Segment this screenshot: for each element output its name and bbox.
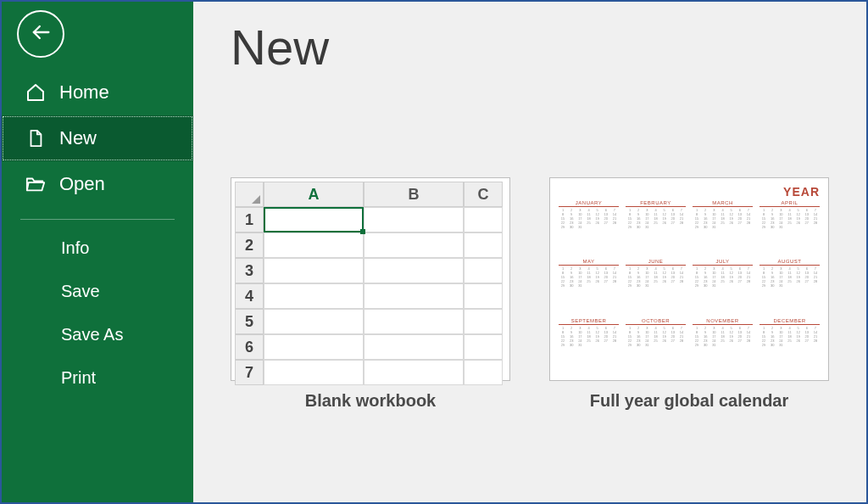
cell	[464, 258, 503, 283]
home-icon	[25, 82, 46, 103]
calendar-month-name: NOVEMBER	[693, 318, 753, 325]
calendar-month-name: DECEMBER	[760, 318, 820, 325]
file-icon	[25, 128, 46, 148]
calendar-month-days: 1234567891011121314151617181920212223242…	[559, 266, 619, 314]
cell	[464, 334, 503, 360]
calendar-month-days: 1234567891011121314151617181920212223242…	[760, 208, 820, 255]
calendar-month-days: 1234567891011121314151617181920212223242…	[760, 266, 820, 314]
row-header: 3	[235, 258, 264, 283]
calendar-month-name: MARCH	[693, 200, 753, 207]
sheet-preview: A B C 1 2 3 4 5	[235, 182, 506, 377]
calendar-month-name: AUGUST	[760, 259, 820, 266]
calendar-month: JANUARY123456789101112131415161718192021…	[559, 200, 619, 255]
calendar-preview: YEAR JANUARY1234567891011121314151617181…	[554, 182, 825, 377]
col-header: C	[464, 182, 503, 207]
cell	[464, 207, 503, 232]
template-thumbnail: YEAR JANUARY1234567891011121314151617181…	[549, 177, 829, 381]
sidebar-item-label: Open	[59, 173, 105, 195]
cell	[464, 309, 503, 334]
sidebar-item-label: New	[59, 127, 97, 149]
cell	[264, 283, 364, 309]
calendar-month-name: FEBRUARY	[626, 200, 686, 207]
sidebar-sub-label: Print	[61, 368, 96, 387]
row-header: 6	[235, 334, 264, 360]
template-thumbnail: A B C 1 2 3 4 5	[231, 177, 510, 381]
template-full-year-calendar[interactable]: YEAR JANUARY1234567891011121314151617181…	[549, 177, 829, 411]
sidebar-item-label: Home	[59, 81, 109, 104]
sidebar-nav: Home New Open	[2, 70, 193, 207]
calendar-month-days: 1234567891011121314151617181920212223242…	[626, 326, 686, 373]
row-header: 4	[235, 283, 264, 309]
calendar-month: NOVEMBER12345678910111213141516171819202…	[693, 318, 753, 373]
cell	[464, 283, 503, 309]
calendar-year-title: YEAR	[559, 185, 820, 199]
sidebar-item-print[interactable]: Print	[2, 356, 193, 400]
template-blank-workbook[interactable]: A B C 1 2 3 4 5	[231, 177, 510, 411]
select-all-corner	[235, 182, 264, 207]
calendar-month-days: 1234567891011121314151617181920212223242…	[693, 326, 753, 373]
cell	[364, 334, 464, 360]
calendar-month: AUGUST1234567891011121314151617181920212…	[760, 259, 820, 314]
cell	[464, 232, 503, 258]
templates-row: A B C 1 2 3 4 5	[231, 177, 829, 411]
template-label: Full year global calendar	[590, 391, 789, 411]
cell	[264, 334, 364, 360]
calendar-month-days: 1234567891011121314151617181920212223242…	[626, 208, 686, 255]
calendar-month-name: JULY	[693, 259, 753, 266]
cell-a1-selected	[264, 207, 364, 232]
calendar-month: JUNE123456789101112131415161718192021222…	[626, 259, 686, 314]
cell	[364, 232, 464, 258]
cell	[264, 309, 364, 334]
row-header: 7	[235, 360, 264, 385]
calendar-month-days: 1234567891011121314151617181920212223242…	[559, 208, 619, 255]
sidebar-item-save[interactable]: Save	[2, 270, 193, 313]
calendar-month-name: JUNE	[626, 259, 686, 266]
row-header: 2	[235, 232, 264, 258]
calendar-month-days: 1234567891011121314151617181920212223242…	[693, 208, 753, 255]
sidebar-item-save-as[interactable]: Save As	[2, 313, 193, 356]
cell	[364, 283, 464, 309]
main-panel: New A B C 1 2 3	[193, 2, 866, 502]
cell	[264, 232, 364, 258]
backstage-view: Home New Open Info Save Save As Print	[2, 2, 866, 502]
col-header: A	[264, 182, 364, 207]
calendar-month: MAY1234567891011121314151617181920212223…	[559, 259, 619, 314]
sidebar-sub-label: Save As	[61, 325, 123, 344]
cell	[364, 360, 464, 385]
template-label: Blank workbook	[305, 391, 436, 411]
sidebar-item-info[interactable]: Info	[2, 227, 193, 270]
calendar-month-days: 1234567891011121314151617181920212223242…	[693, 266, 753, 314]
calendar-month-name: JANUARY	[559, 200, 619, 207]
calendar-month: APRIL12345678910111213141516171819202122…	[760, 200, 820, 255]
folder-open-icon	[25, 174, 46, 194]
calendar-month: JULY123456789101112131415161718192021222…	[693, 259, 753, 314]
calendar-month: FEBRUARY12345678910111213141516171819202…	[626, 200, 686, 255]
sidebar-item-home[interactable]: Home	[2, 70, 193, 115]
calendar-month-name: APRIL	[760, 200, 820, 207]
sidebar-item-new[interactable]: New	[2, 115, 193, 161]
back-button[interactable]	[17, 10, 64, 58]
sidebar-subnav: Info Save Save As Print	[2, 227, 193, 400]
cell	[364, 309, 464, 334]
cell	[264, 258, 364, 283]
cell	[464, 360, 503, 385]
cell	[364, 207, 464, 232]
sidebar-separator	[20, 219, 175, 220]
row-header: 1	[235, 207, 264, 232]
calendar-month: OCTOBER123456789101112131415161718192021…	[626, 318, 686, 373]
cell	[264, 360, 364, 385]
calendar-month-name: OCTOBER	[626, 318, 686, 325]
calendar-months-grid: JANUARY123456789101112131415161718192021…	[559, 200, 820, 373]
calendar-month: SEPTEMBER1234567891011121314151617181920…	[559, 318, 619, 373]
col-header: B	[364, 182, 464, 207]
sidebar: Home New Open Info Save Save As Print	[2, 2, 193, 502]
calendar-month: MARCH12345678910111213141516171819202122…	[693, 200, 753, 255]
arrow-left-icon	[29, 20, 53, 48]
calendar-month-name: MAY	[559, 259, 619, 266]
page-title: New	[231, 19, 829, 76]
cell	[364, 258, 464, 283]
sidebar-sub-label: Save	[61, 282, 100, 300]
sidebar-item-open[interactable]: Open	[2, 161, 193, 207]
calendar-month: DECEMBER12345678910111213141516171819202…	[760, 318, 820, 373]
calendar-month-days: 1234567891011121314151617181920212223242…	[760, 326, 820, 373]
